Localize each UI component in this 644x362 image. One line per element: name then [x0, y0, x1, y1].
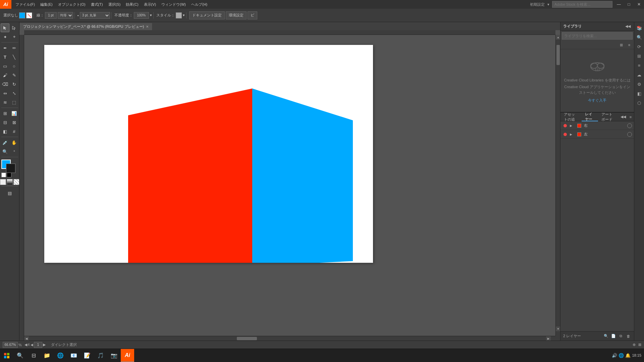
status-icon-1[interactable]: ⊕	[633, 343, 636, 347]
assets-tab[interactable]: アセットの追	[560, 113, 582, 121]
right-icon-grid[interactable]: ⊞	[635, 52, 644, 60]
canvas-area[interactable]: ▲ ▼ ◀ ▶	[24, 35, 560, 341]
menu-file[interactable]: ファイル(F)	[13, 0, 38, 9]
color-mode-none[interactable]	[13, 179, 19, 185]
horizontal-scrollbar[interactable]: ◀ ▶	[24, 336, 555, 341]
layer-visibility-left[interactable]	[562, 132, 568, 137]
layer-expand-right[interactable]: ▶	[570, 124, 575, 127]
color-mode-gradient[interactable]	[7, 179, 13, 185]
box-right-face[interactable]	[252, 88, 353, 263]
right-icon-layers[interactable]: ◧	[635, 89, 644, 98]
scroll-right-arrow[interactable]: ▶	[546, 336, 551, 341]
opacity-dropdown-icon[interactable]: ▾	[150, 13, 152, 17]
search-taskbar-button[interactable]: 🔍	[13, 349, 27, 362]
cloud-get-link[interactable]: 今すぐ入手	[588, 98, 606, 103]
more-button[interactable]: ビ	[248, 11, 257, 19]
nav-right-arrow[interactable]: ▶	[43, 343, 46, 347]
layer-target-left[interactable]	[627, 132, 632, 137]
stroke-style-select[interactable]: 均等	[58, 12, 73, 19]
close-button[interactable]: ✕	[634, 0, 644, 9]
taskbar-clock[interactable]: 18:15	[632, 353, 641, 358]
layer-row-left[interactable]: ▶ 左	[560, 130, 634, 139]
notepad-button[interactable]: 📝	[80, 349, 94, 362]
task-view-button[interactable]: ⊟	[27, 349, 40, 362]
color-mode-solid[interactable]	[0, 179, 6, 185]
right-icon-library[interactable]: 📚	[635, 23, 644, 32]
artboard-list-tool[interactable]: ▤	[5, 189, 14, 197]
mail-button[interactable]: 📧	[67, 349, 80, 362]
library-icon-2[interactable]: ≡	[626, 42, 633, 48]
line-tool[interactable]: ╲	[10, 53, 18, 61]
lasso-tool[interactable]: ⌖	[10, 33, 18, 41]
menu-window[interactable]: ウィンドウ(W)	[159, 0, 189, 9]
selection-tool[interactable]	[1, 23, 9, 32]
env-settings-button[interactable]: 環境設定	[226, 11, 247, 19]
chart-tool[interactable]: 📊	[10, 109, 18, 118]
status-icon-2[interactable]: ⊠	[638, 343, 641, 347]
eraser-tool[interactable]: ⌫	[1, 80, 9, 88]
illustrator-taskbar-button[interactable]: Ai	[121, 349, 134, 362]
stroke-none-swatch[interactable]: |	[26, 12, 32, 18]
swap-colors-icon[interactable]	[1, 173, 6, 177]
free-transform-tool[interactable]: ⬚	[10, 98, 18, 107]
zoom-input[interactable]	[3, 342, 18, 348]
menu-effect[interactable]: 効果(C)	[123, 0, 141, 9]
mirror-tool[interactable]: ⇔	[1, 89, 9, 98]
default-colors-icon[interactable]	[7, 173, 11, 177]
menu-view[interactable]: 表示(V)	[141, 0, 159, 9]
shape-builder-tool[interactable]: ⊞	[1, 109, 9, 118]
style-dropdown-icon[interactable]: ▾	[183, 13, 185, 17]
scroll-down-arrow[interactable]: ▼	[556, 326, 560, 331]
right-icon-search[interactable]: 🔍	[635, 33, 644, 42]
fill-color-swatch[interactable]	[19, 12, 25, 18]
page-input[interactable]	[34, 342, 42, 348]
tray-icon-sound[interactable]: 🔊	[612, 353, 617, 358]
music-button[interactable]: 🎵	[94, 349, 107, 362]
artboards-tab[interactable]: アートボード	[598, 113, 619, 121]
start-button[interactable]	[0, 349, 13, 362]
pen-tool[interactable]: ✒	[1, 44, 9, 52]
tray-icon-notification[interactable]: 🔔	[625, 353, 631, 358]
warp-tool[interactable]: ≋	[1, 98, 9, 107]
horizontal-scroll-thumb[interactable]	[237, 337, 257, 340]
right-icon-share[interactable]: ⟳	[635, 42, 644, 51]
library-panel-collapse[interactable]: ◀◀	[625, 23, 631, 30]
photo-button[interactable]: 📷	[107, 349, 121, 362]
hand-tool[interactable]: ✋	[10, 138, 18, 147]
menu-help[interactable]: ヘルプ(H)	[189, 0, 210, 9]
doc-settings-button[interactable]: ドキュメント設定	[189, 11, 225, 19]
direct-selection-tool[interactable]	[10, 23, 18, 32]
zoom-tool[interactable]: 🔍	[1, 147, 9, 156]
menu-object[interactable]: オブジェクト(O)	[55, 0, 88, 9]
workspace-dropdown-icon[interactable]: ▾	[547, 2, 549, 7]
mesh-tool[interactable]: #	[10, 127, 18, 136]
layers-delete-btn[interactable]: 🗑	[625, 333, 631, 339]
vertical-scrollbar[interactable]: ▲ ▼	[555, 35, 560, 336]
extra-tool[interactable]: ⁺	[10, 147, 18, 156]
scroll-left-arrow[interactable]: ◀	[24, 336, 29, 341]
type-tool[interactable]: T	[1, 53, 9, 61]
background-color-swatch[interactable]	[6, 164, 15, 173]
box-left-face[interactable]	[128, 88, 252, 263]
vertical-scroll-thumb[interactable]	[556, 45, 560, 65]
rect-tool[interactable]: ▭	[1, 62, 9, 70]
scale-tool[interactable]: ⤡	[10, 89, 18, 98]
document-tab[interactable]: プロジェクションマッピング_ベース* @ 66.67% (RGB/GPU プレビ…	[19, 23, 152, 30]
tray-icon-network[interactable]: 🌐	[619, 353, 624, 358]
layer-row-right[interactable]: ▶ 右	[560, 121, 634, 130]
layer-expand-left[interactable]: ▶	[570, 133, 575, 136]
scroll-up-arrow[interactable]: ▲	[556, 35, 560, 40]
opacity-input[interactable]	[134, 12, 149, 19]
library-icon-1[interactable]: ⊞	[618, 42, 625, 48]
stroke-size-input[interactable]	[45, 12, 57, 19]
menu-type[interactable]: 書式(T)	[88, 0, 106, 9]
right-icon-assets[interactable]: ⬡	[635, 99, 644, 107]
magic-wand-tool[interactable]: ✦	[1, 33, 9, 41]
maximize-button[interactable]: □	[624, 0, 634, 9]
nav-left-arrow[interactable]: ◀	[24, 343, 27, 347]
library-search-input[interactable]	[562, 32, 633, 40]
layers-duplicate-btn[interactable]: ⧉	[618, 333, 624, 339]
eyedropper-tool[interactable]: 💉	[1, 138, 9, 147]
layers-new-btn[interactable]: 📄	[610, 333, 616, 339]
layers-collapse-btn[interactable]: ◀◀	[620, 114, 627, 120]
